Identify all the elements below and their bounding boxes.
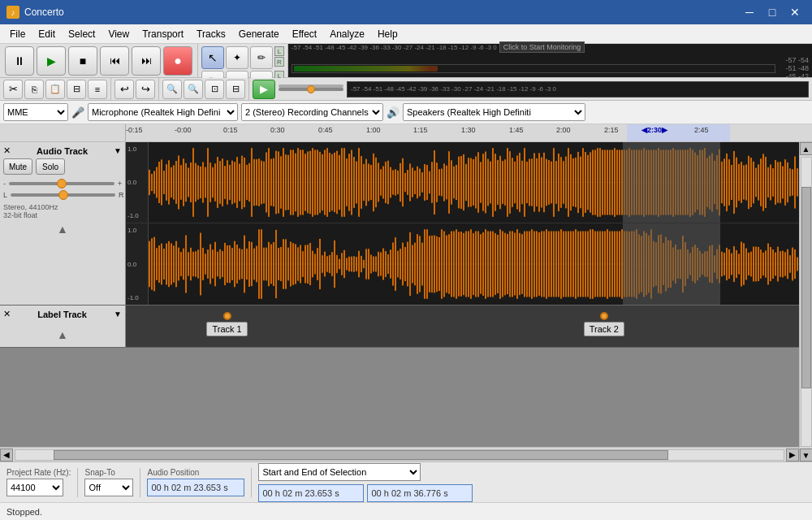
vscroll-thumb[interactable]	[801, 187, 811, 389]
pan-right-label: R	[119, 191, 124, 199]
tick-1: -0:00	[175, 126, 192, 134]
label-track-close[interactable]: ✕	[3, 309, 11, 319]
selection-tool[interactable]: ↖	[201, 46, 224, 69]
mute-button[interactable]: Mute	[3, 158, 32, 175]
status-text: Stopped.	[6, 507, 42, 517]
snap-to-label: Snap-To	[84, 468, 133, 477]
menu-view[interactable]: View	[102, 27, 136, 41]
menu-file[interactable]: File	[3, 27, 32, 41]
snap-to-select[interactable]: Off On	[84, 479, 133, 496]
redo-button[interactable]: ↪	[136, 80, 155, 99]
pencil-tool[interactable]: ✏	[250, 46, 273, 69]
undo-button[interactable]: ↩	[114, 80, 134, 99]
copy-button[interactable]: ⎘	[24, 80, 44, 99]
skip-forward-button[interactable]: ⏭	[132, 46, 161, 76]
output-device-select[interactable]: Speakers (Realtek High Definiti	[403, 103, 585, 121]
zoom-out-button[interactable]: 🔍	[184, 80, 203, 99]
stop-button[interactable]: ■	[68, 46, 97, 76]
channels-select[interactable]: 2 (Stereo) Recording Channels	[241, 103, 383, 121]
menu-analyze[interactable]: Analyze	[323, 27, 371, 41]
hscroll-left[interactable]: ◀	[0, 448, 13, 462]
record-button[interactable]: ●	[163, 46, 192, 76]
audio-track-container: ✕ Audio Track ▼ Mute Solo - +	[0, 142, 799, 306]
tick-4: 0:45	[318, 126, 333, 134]
envelope-tool[interactable]: ✦	[226, 46, 248, 69]
audio-position-input[interactable]	[147, 479, 244, 496]
zoom-fit-button[interactable]: ⊡	[205, 80, 224, 99]
selection-start-input[interactable]	[258, 484, 364, 502]
hscroll[interactable]: ◀ ▶	[0, 447, 799, 462]
bottombar: Project Rate (Hz): 44100 Snap-To Off On …	[0, 462, 812, 502]
sep3	[251, 468, 252, 497]
statusbar: Stopped.	[0, 502, 812, 520]
hscroll-right[interactable]: ▶	[786, 448, 799, 462]
menu-tracks[interactable]: Tracks	[190, 27, 232, 41]
driver-select[interactable]: MME	[3, 103, 68, 121]
project-rate-select[interactable]: 44100	[6, 479, 63, 496]
tick-0: -0:15	[126, 126, 143, 134]
play-button[interactable]: ▶	[37, 46, 66, 76]
menu-generate[interactable]: Generate	[232, 27, 286, 41]
waveform-canvas-ch1	[149, 142, 799, 223]
gain-slider[interactable]	[9, 182, 114, 185]
label-track-content[interactable]: Track 1 Track 2	[126, 306, 799, 347]
empty-track-area	[0, 348, 799, 447]
silence-button[interactable]: ≡	[88, 80, 107, 99]
track-info: Stereo, 44100Hz 32-bit float	[3, 203, 122, 219]
project-rate-label: Project Rate (Hz):	[6, 468, 71, 477]
hscroll-track[interactable]	[15, 449, 784, 461]
play-at-speed-button[interactable]: ▶	[253, 80, 275, 99]
menu-transport[interactable]: Transport	[136, 27, 190, 41]
label-track-expand[interactable]: ▲	[57, 328, 68, 341]
ruler-ticks[interactable]: -0:15 -0:00 0:15 0:30 0:45 1:00 1:15 1:3…	[126, 124, 812, 141]
vscroll-down[interactable]: ▼	[800, 448, 813, 462]
tick-9: 2:00	[556, 126, 571, 134]
pause-button[interactable]: ⏸	[5, 46, 34, 76]
gain-max-label: +	[118, 180, 122, 188]
mic-icon: 🎤	[71, 106, 84, 119]
selection-end-input[interactable]	[367, 484, 473, 502]
close-button[interactable]: ✕	[784, 3, 806, 21]
trim-button[interactable]: ⊟	[67, 80, 86, 99]
tick-12: 2:45	[694, 126, 709, 134]
minimize-button[interactable]: ─	[739, 3, 760, 21]
zoom-selection-button[interactable]: ⊟	[226, 80, 245, 99]
menu-edit[interactable]: Edit	[32, 27, 62, 41]
menu-effect[interactable]: Effect	[286, 27, 323, 41]
speaker-icon: 🔊	[387, 106, 400, 119]
maximize-button[interactable]: □	[762, 3, 783, 21]
skip-back-button[interactable]: ⏮	[100, 46, 129, 76]
solo-button[interactable]: Solo	[36, 158, 65, 175]
input-device-select[interactable]: Microphone (Realtek High Defini	[88, 103, 238, 121]
tick-6: 1:15	[413, 126, 428, 134]
label-marker-1: Track 1	[206, 312, 247, 336]
tick-2: 0:15	[223, 126, 238, 134]
app-icon: ♪	[6, 6, 19, 19]
titlebar: ♪ Concerto ─ □ ✕	[0, 0, 812, 24]
menu-help[interactable]: Help	[371, 27, 404, 41]
selection-type-select[interactable]: Start and End of Selection Start and Len…	[258, 463, 421, 481]
monitor-start-button[interactable]: Click to Start Monitoring	[499, 41, 585, 53]
tick-3: 0:30	[270, 126, 285, 134]
audio-track-menu[interactable]: ▼	[114, 146, 122, 155]
vscroll-up[interactable]: ▲	[800, 142, 813, 155]
timeline-ruler[interactable]: -0:15 -0:00 0:15 0:30 0:45 1:00 1:15 1:3…	[0, 124, 812, 142]
label-track-container: ✕ Label Track ▼ ▲ Track 1	[0, 306, 799, 348]
track-expand-icon[interactable]: ▲	[57, 223, 68, 236]
sep2	[140, 468, 140, 497]
paste-button[interactable]: 📋	[45, 80, 65, 99]
hscroll-thumb[interactable]	[54, 450, 668, 460]
pan-slider[interactable]	[11, 193, 115, 197]
zoom-in-button[interactable]: 🔍	[162, 80, 182, 99]
label-marker-2: Track 2	[584, 312, 624, 336]
tick-8: 1:45	[509, 126, 524, 134]
playhead-marker: ◀2:30▶	[641, 126, 667, 134]
vscroll[interactable]: ▲ ▼	[799, 142, 812, 462]
audio-track-close[interactable]: ✕	[3, 145, 11, 156]
pan-left-label: L	[3, 191, 7, 199]
label-track-menu[interactable]: ▼	[114, 310, 122, 318]
vscroll-track[interactable]	[801, 157, 812, 447]
menu-select[interactable]: Select	[62, 27, 102, 41]
cut-button[interactable]: ✂	[3, 80, 23, 99]
label-track-name: Label Track	[37, 310, 87, 319]
